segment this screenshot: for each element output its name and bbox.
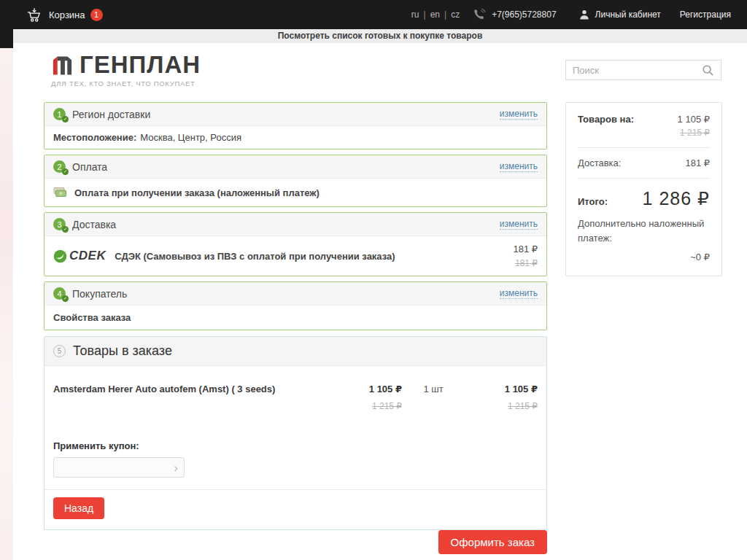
back-button[interactable]: Назад: [53, 497, 104, 519]
order-header: 5 Товары в заказе: [44, 337, 546, 366]
edit-delivery-link[interactable]: изменить: [500, 219, 538, 230]
step-payment-body: Оплата при получении заказа (наложенный …: [44, 179, 546, 206]
table-row: Amsterdam Herer Auto autofem (Amst) ( 3 …: [53, 366, 538, 416]
summary-cod-value: ~0 ₽: [578, 252, 710, 262]
lang-cz[interactable]: cz: [451, 9, 460, 20]
step-3-badge: 3 ✓: [53, 218, 66, 230]
item-old-total: 1 215 ₽: [465, 401, 538, 411]
step-number: 1: [57, 110, 61, 119]
step-payment: 2 ✓ Оплата изменить Оплата при получении…: [44, 155, 547, 207]
ready-goods-bar: Посмотреть список готовых к покупке това…: [13, 29, 747, 43]
step-buyer-body: Свойства заказа: [44, 306, 546, 330]
coupon-section: Применить купон: ›: [53, 440, 538, 478]
order-items-block: 5 Товары в заказе Amsterdam Herer Auto a…: [44, 336, 547, 530]
summary-delivery-label: Доставка:: [578, 158, 621, 168]
logo-text: ГЕНПЛАН: [80, 53, 201, 77]
delivery-method: СДЭК (Самовывоз из ПВЗ с оплатой при пол…: [115, 251, 513, 262]
summary-total-value: 1 286 ₽: [643, 188, 710, 209]
lang-separator: |: [444, 9, 446, 20]
divider: [578, 178, 710, 179]
lang-separator: |: [424, 9, 426, 20]
step-delivery-header: 3 ✓ Доставка изменить: [44, 213, 546, 236]
step-title: Покупатель: [72, 288, 127, 300]
cart-icon: [26, 7, 42, 23]
search-icon[interactable]: [702, 64, 714, 77]
item-price: 1 105 ₽: [335, 384, 402, 394]
page-content: ГЕНПЛАН ДЛЯ ТЕХ, КТО ЗНАЕТ, ЧТО ПОКУПАЕТ…: [13, 43, 747, 560]
step-complete-icon: ✓: [62, 226, 69, 233]
user-icon: [578, 9, 590, 20]
checkout-steps: 1 ✓ Регион доставки изменить Местоположе…: [44, 102, 547, 530]
order-title: Товары в заказе: [73, 343, 172, 359]
step-region-header: 1 ✓ Регион доставки изменить: [44, 103, 546, 126]
step-title: Оплата: [72, 161, 107, 173]
step-region: 1 ✓ Регион доставки изменить Местоположе…: [44, 102, 547, 149]
lang-ru[interactable]: ru: [411, 9, 419, 20]
summary-cod-label: Дополнительно наложенный платеж:: [578, 217, 710, 246]
ready-goods-link[interactable]: Посмотреть список готовых к покупке това…: [278, 31, 483, 41]
lang-en[interactable]: en: [430, 9, 440, 20]
language-switcher: ru | en | cz: [411, 9, 460, 20]
step-title: Регион доставки: [72, 109, 150, 120]
account-link[interactable]: Личный кабинет: [578, 9, 661, 20]
step-region-body: Местоположение:Москва, Центр, Россия: [44, 126, 546, 149]
page-background-strip: [0, 43, 13, 560]
item-total: 1 105 ₽: [465, 384, 538, 394]
edit-region-link[interactable]: изменить: [500, 109, 538, 120]
coupon-input-wrap: ›: [53, 457, 185, 478]
summary-items-value: 1 105 ₽: [678, 114, 710, 125]
delivery-price: 181 ₽: [513, 244, 538, 254]
logo-icon: [51, 53, 74, 77]
step-1-badge: 1 ✓: [53, 108, 66, 120]
step-4-badge: 4 ✓: [53, 287, 66, 300]
item-old-price: 1 215 ₽: [335, 401, 402, 411]
account-label: Личный кабинет: [595, 9, 661, 20]
location-value: Москва, Центр, Россия: [140, 132, 241, 143]
delivery-old-price: 181 ₽: [513, 258, 538, 268]
coupon-input[interactable]: [60, 462, 174, 473]
phone-number[interactable]: +7(965)5728807: [492, 9, 556, 20]
step-2-badge: 2 ✓: [53, 160, 66, 173]
top-bar: Корзина 1 ru | en | cz +7(965)5728807: [0, 0, 747, 29]
product-name-link[interactable]: Amsterdam Herer Auto autofem (Amst) ( 3 …: [53, 384, 335, 411]
item-quantity: 1 шт: [402, 384, 465, 411]
step-buyer: 4 ✓ Покупатель изменить Свойства заказа: [44, 281, 547, 330]
edit-payment-link[interactable]: изменить: [500, 161, 538, 172]
step-complete-icon: ✓: [62, 168, 69, 175]
summary-delivery-value: 181 ₽: [685, 158, 710, 168]
checkout-button[interactable]: Оформить заказ: [438, 530, 547, 554]
step-payment-header: 2 ✓ Оплата изменить: [44, 155, 546, 179]
step-title: Доставка: [72, 219, 116, 230]
summary-total-label: Итого:: [578, 196, 608, 207]
cart-button[interactable]: Корзина 1: [26, 7, 103, 23]
step-buyer-header: 4 ✓ Покупатель изменить: [44, 282, 546, 306]
search-input[interactable]: [573, 65, 702, 76]
step-number: 4: [57, 289, 61, 298]
order-body: Amsterdam Herer Auto autofem (Amst) ( 3 …: [44, 366, 546, 529]
summary-items-label: Товаров на:: [578, 114, 634, 125]
location-label: Местоположение:: [53, 132, 136, 143]
divider: [578, 147, 710, 148]
step-complete-icon: ✓: [62, 116, 69, 122]
topbar-corner: [0, 29, 13, 48]
phone-icon: [473, 8, 486, 21]
coupon-label: Применить купон:: [53, 440, 538, 451]
step-delivery: 3 ✓ Доставка изменить CDEK СДЭК (Самовыв…: [44, 212, 547, 276]
register-link[interactable]: Регистрация: [680, 9, 731, 20]
summary-items-old-value: 1 215 ₽: [578, 128, 710, 138]
cdek-logo: CDEK: [53, 249, 106, 263]
step-number: 3: [57, 220, 61, 229]
edit-buyer-link[interactable]: изменить: [500, 288, 538, 299]
cart-label: Корзина: [49, 9, 85, 20]
step-number: 2: [57, 163, 61, 171]
step-delivery-body: CDEK СДЭК (Самовывоз из ПВЗ с оплатой пр…: [44, 236, 546, 276]
cart-count-badge: 1: [90, 9, 103, 21]
site-logo[interactable]: ГЕНПЛАН ДЛЯ ТЕХ, КТО ЗНАЕТ, ЧТО ПОКУПАЕТ: [51, 53, 201, 88]
coupon-submit-icon[interactable]: ›: [174, 462, 178, 474]
search-box: [565, 60, 721, 80]
cdek-logo-text: CDEK: [69, 249, 106, 263]
payment-method: Оплата при получении заказа (наложенный …: [74, 187, 320, 198]
step-5-badge: 5: [53, 345, 66, 357]
order-summary: Товаров на: 1 105 ₽ 1 215 ₽ Доставка: 18…: [565, 102, 722, 276]
logo-tagline: ДЛЯ ТЕХ, КТО ЗНАЕТ, ЧТО ПОКУПАЕТ: [51, 79, 201, 88]
